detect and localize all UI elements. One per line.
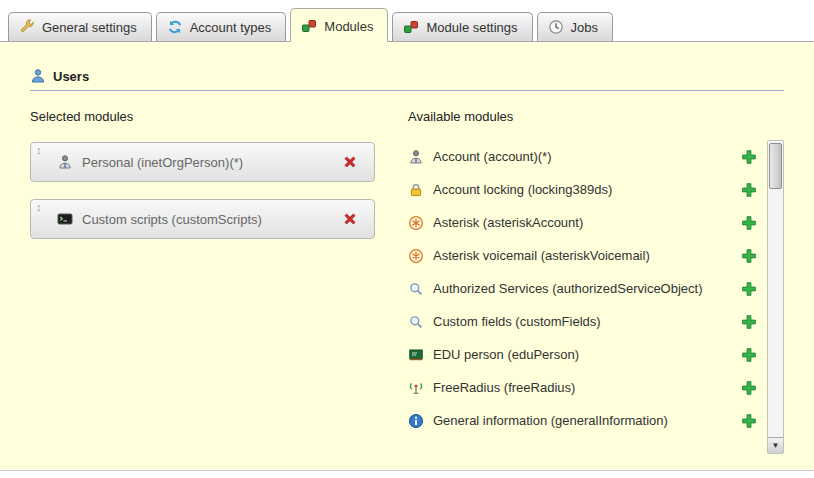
wrench-icon <box>19 19 35 35</box>
scrollbar[interactable]: ▼ <box>767 140 784 454</box>
available-module-label: Account locking (locking389ds) <box>433 182 612 197</box>
asterisk-icon <box>408 215 424 231</box>
info-icon <box>408 413 424 429</box>
modules-icon <box>301 18 317 34</box>
available-module-item: Asterisk voicemail (asteriskVoicemail) <box>408 239 763 272</box>
tab-jobs[interactable]: Jobs <box>537 12 613 41</box>
available-module-label: Account (account)(*) <box>433 149 552 164</box>
asterisk-icon <box>408 248 424 264</box>
selected-modules-heading: Selected modules <box>30 109 408 124</box>
available-module-label: Asterisk voicemail (asteriskVoicemail) <box>433 248 650 263</box>
drag-handle-icon[interactable]: ↕ <box>36 144 42 156</box>
tab-label: Jobs <box>571 20 598 35</box>
tab-label: Modules <box>324 19 373 34</box>
tab-modules[interactable]: Modules <box>290 8 388 42</box>
selected-module-label: Personal (inetOrgPerson)(*) <box>82 155 342 170</box>
selected-modules-column: Selected modules ↕Personal (inetOrgPerso… <box>30 109 408 454</box>
available-modules-wrap: Account (account)(*)Account locking (loc… <box>408 140 784 454</box>
available-module-item: Asterisk (asteriskAccount) <box>408 206 763 239</box>
selected-module-item[interactable]: ↕Personal (inetOrgPerson)(*) <box>30 142 375 182</box>
selected-module-label: Custom scripts (customScripts) <box>82 212 342 227</box>
tab-bar: General settingsAccount typesModulesModu… <box>0 0 814 42</box>
search-icon <box>408 281 424 297</box>
search-icon <box>408 314 424 330</box>
section-title: Users <box>53 69 89 84</box>
scrollbar-thumb[interactable] <box>769 143 782 189</box>
remove-module-button[interactable] <box>342 211 358 227</box>
remove-module-button[interactable] <box>342 154 358 170</box>
terminal-icon <box>57 211 73 227</box>
tab-label: Module settings <box>426 20 517 35</box>
available-module-label: EDU person (eduPerson) <box>433 347 579 362</box>
available-module-label: Custom fields (customFields) <box>433 314 601 329</box>
tab-label: General settings <box>42 20 137 35</box>
users-icon <box>30 68 46 84</box>
add-module-button[interactable] <box>741 248 757 264</box>
tab-module-settings[interactable]: Module settings <box>392 12 532 41</box>
available-module-item: Account locking (locking389ds) <box>408 173 763 206</box>
available-module-label: Authorized Services (authorizedServiceOb… <box>433 281 703 296</box>
drag-handle-icon[interactable]: ↕ <box>36 201 42 213</box>
scroll-down-button[interactable]: ▼ <box>768 437 783 453</box>
available-module-label: FreeRadius (freeRadius) <box>433 380 575 395</box>
selected-module-item[interactable]: ↕Custom scripts (customScripts) <box>30 199 375 239</box>
available-module-label: General information (generalInformation) <box>433 413 668 428</box>
config-window: General settingsAccount typesModulesModu… <box>0 0 814 478</box>
add-module-button[interactable] <box>741 215 757 231</box>
add-module-button[interactable] <box>741 314 757 330</box>
available-modules-heading: Available modules <box>408 109 784 124</box>
modules-icon <box>403 19 419 35</box>
available-module-item: FreeRadius (freeRadius) <box>408 371 763 404</box>
user-icon <box>57 154 73 170</box>
radio-icon <box>408 380 424 396</box>
available-module-item: Custom fields (customFields) <box>408 305 763 338</box>
available-module-item: General information (generalInformation) <box>408 404 763 437</box>
available-modules-list: Account (account)(*)Account locking (loc… <box>408 140 767 454</box>
add-module-button[interactable] <box>741 149 757 165</box>
tab-general-settings[interactable]: General settings <box>8 12 152 41</box>
available-module-label: Asterisk (asteriskAccount) <box>433 215 583 230</box>
available-module-item: Authorized Services (authorizedServiceOb… <box>408 272 763 305</box>
available-module-item: Account (account)(*) <box>408 140 763 173</box>
add-module-button[interactable] <box>741 182 757 198</box>
add-module-button[interactable] <box>741 380 757 396</box>
refresh-icon <box>167 19 183 35</box>
modules-tab-content: Users Selected modules ↕Personal (inetOr… <box>0 42 814 471</box>
module-columns: Selected modules ↕Personal (inetOrgPerso… <box>30 109 784 454</box>
selected-modules-list: ↕Personal (inetOrgPerson)(*)↕Custom scri… <box>30 142 408 239</box>
available-modules-column: Available modules Account (account)(*)Ac… <box>408 109 784 454</box>
lock-icon <box>408 182 424 198</box>
add-module-button[interactable] <box>741 347 757 363</box>
clock-icon <box>548 19 564 35</box>
education-icon <box>408 347 424 363</box>
add-module-button[interactable] <box>741 281 757 297</box>
tab-label: Account types <box>190 20 272 35</box>
add-module-button[interactable] <box>741 413 757 429</box>
section-heading: Users <box>30 68 784 91</box>
tab-account-types[interactable]: Account types <box>156 12 287 41</box>
available-module-item: EDU person (eduPerson) <box>408 338 763 371</box>
user-icon <box>408 149 424 165</box>
